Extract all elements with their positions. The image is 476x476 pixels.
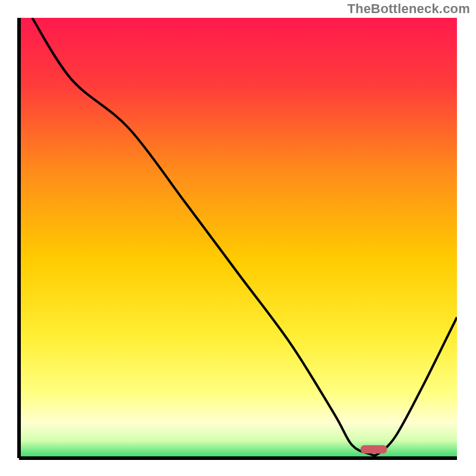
chart-container: TheBottleneck.com [0,0,476,476]
chart-svg [0,0,476,476]
optimal-marker [361,445,387,453]
plot-background [19,18,457,458]
